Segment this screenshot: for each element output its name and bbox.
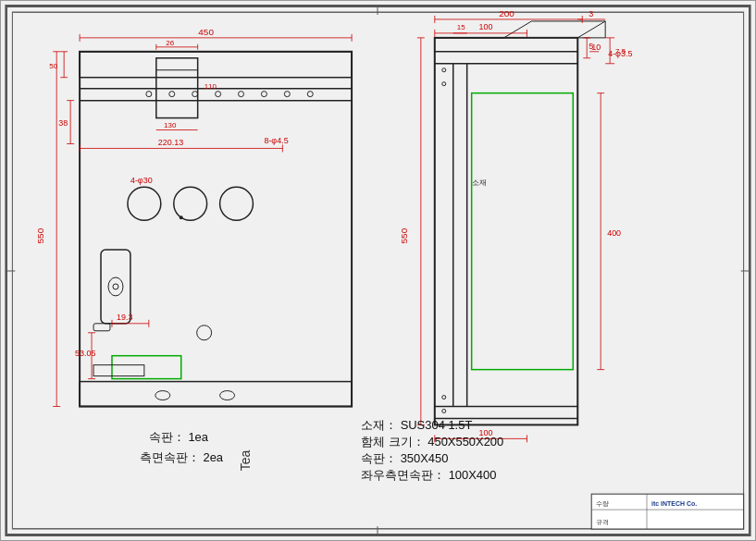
svg-text:4-φ30: 4-φ30 [130, 176, 153, 185]
svg-text:소재：  SUS304   1.5T: 소재： SUS304 1.5T [361, 418, 472, 432]
svg-rect-102 [591, 494, 743, 529]
svg-point-15 [146, 92, 152, 97]
svg-text:50: 50 [49, 62, 57, 70]
svg-text:속판：  1ea: 속판： 1ea [149, 430, 209, 444]
svg-line-67 [577, 21, 605, 38]
svg-point-16 [169, 92, 175, 97]
svg-text:400: 400 [607, 228, 621, 238]
svg-text:함체 크기：  450X550X200: 함체 크기： 450X550X200 [361, 435, 503, 449]
svg-text:38: 38 [58, 118, 68, 128]
svg-text:5: 5 [589, 42, 593, 51]
svg-text:소재: 소재 [472, 178, 487, 187]
svg-point-17 [192, 92, 198, 97]
svg-point-19 [239, 92, 244, 97]
svg-text:550: 550 [35, 227, 45, 243]
svg-text:8-φ4.5: 8-φ4.5 [264, 136, 288, 145]
svg-point-73 [442, 82, 446, 86]
svg-text:15: 15 [457, 23, 465, 31]
svg-point-10 [220, 391, 235, 400]
svg-text:itc  INTECH Co.: itc INTECH Co. [651, 500, 697, 507]
svg-text:규격: 규격 [596, 519, 609, 526]
svg-point-29 [113, 284, 118, 289]
svg-point-30 [197, 326, 212, 340]
svg-rect-59 [435, 38, 577, 425]
svg-text:100: 100 [479, 22, 493, 31]
svg-point-25 [220, 187, 254, 220]
svg-text:측면속판：  2ea: 측면속판： 2ea [140, 450, 224, 464]
svg-rect-33 [93, 365, 144, 376]
svg-text:26: 26 [166, 39, 174, 47]
svg-point-22 [307, 92, 313, 97]
svg-text:수량: 수량 [596, 500, 609, 507]
svg-text:19.3: 19.3 [117, 313, 132, 322]
svg-point-72 [442, 68, 446, 72]
svg-point-26 [180, 215, 183, 219]
svg-point-75 [442, 409, 446, 412]
svg-text:속판：   350X450: 속판： 350X450 [361, 451, 448, 465]
svg-text:3: 3 [589, 9, 593, 18]
svg-point-24 [174, 187, 207, 220]
svg-rect-6 [80, 52, 352, 407]
svg-point-9 [155, 391, 170, 400]
svg-rect-77 [472, 93, 574, 370]
svg-rect-7 [80, 52, 352, 78]
main-container: 소재 [0, 0, 756, 541]
svg-text:130: 130 [164, 121, 177, 129]
svg-text:좌우측면속판：  100X400: 좌우측면속판： 100X400 [361, 468, 496, 482]
svg-point-23 [128, 187, 161, 220]
svg-rect-8 [80, 382, 352, 407]
svg-rect-32 [93, 324, 110, 331]
svg-text:220.13: 220.13 [158, 138, 183, 147]
svg-text:450: 450 [198, 27, 214, 37]
svg-text:Tea: Tea [238, 450, 253, 472]
svg-point-74 [442, 396, 446, 400]
svg-point-21 [284, 92, 290, 97]
svg-text:7.5: 7.5 [615, 47, 626, 55]
svg-text:53.05: 53.05 [75, 349, 95, 358]
svg-text:200: 200 [499, 8, 514, 18]
main-drawing: 소재 [1, 1, 755, 540]
svg-rect-31 [112, 356, 181, 379]
svg-point-20 [261, 92, 266, 97]
svg-point-18 [216, 92, 221, 97]
svg-point-28 [108, 277, 123, 296]
svg-line-68 [504, 21, 532, 38]
svg-text:550: 550 [399, 227, 409, 243]
svg-text:110: 110 [204, 82, 217, 91]
